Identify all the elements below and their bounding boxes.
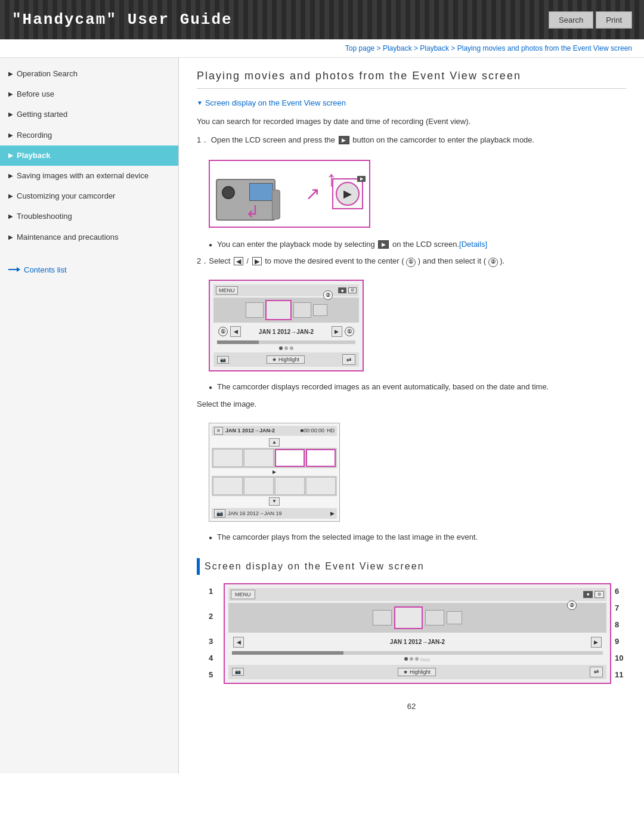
contents-arrow-icon — [8, 267, 20, 272]
breadcrumb: Top page > Playback > Playback > Playing… — [0, 39, 644, 58]
arrow-icon: ▶ — [8, 110, 13, 119]
breadcrumb-top[interactable]: Top page — [345, 44, 374, 52]
lnum-5: 5 — [209, 667, 220, 683]
img-cell-3-selected — [275, 449, 305, 467]
arrow-icon: ▶ — [8, 172, 13, 180]
thumb-small-2 — [293, 302, 311, 318]
img-cell-5 — [213, 477, 243, 495]
breadcrumb-playback2[interactable]: Playback — [420, 44, 449, 52]
ev-full-nav: ◀ JAN 1 2012→JAN-2 ▶ — [228, 634, 606, 650]
sidebar-label: Customizing your camcorder — [17, 191, 115, 202]
sidebar-item-maintenance[interactable]: ▶ Maintenance and precautions — [0, 227, 178, 247]
arrow-icon: ▶ — [8, 131, 13, 140]
section-blue-bar — [197, 558, 200, 575]
sidebar-label: Recording — [17, 130, 52, 141]
menu-btn-1: MENU — [216, 286, 238, 295]
left-btn-full: ◀ — [233, 637, 244, 648]
sidebar-label: Troubleshooting — [17, 211, 72, 222]
rnum-11: 11 — [615, 667, 626, 683]
sidebar-item-getting-started[interactable]: ▶ Getting started — [0, 104, 178, 125]
search-button[interactable]: Search — [549, 11, 593, 29]
scroll-up-btn[interactable]: ▲ — [269, 438, 280, 447]
step-text2: button on the camcorder to enter the pla… — [352, 135, 534, 144]
sidebar-item-customizing[interactable]: ▶ Customizing your camcorder — [0, 186, 178, 206]
slash-separator: / — [247, 257, 249, 265]
settings-icon-full: ⚙ — [595, 591, 604, 598]
bullet-item-1: You can enter the playback mode by selec… — [209, 239, 626, 251]
close-btn-x: ✕ — [214, 427, 223, 435]
bullet-item-2: The camcorder displays recorded images a… — [209, 381, 626, 394]
header-buttons: Search Print — [549, 11, 632, 29]
arrow-icon: ▶ — [8, 151, 13, 160]
date-label-1: JAN 1 2012→JAN-2 — [259, 329, 314, 335]
cam-lens — [222, 186, 235, 199]
lnum-1: 1 — [209, 583, 220, 600]
play-circle-button: ▶ — [336, 182, 360, 206]
print-button[interactable]: Print — [596, 11, 632, 29]
sidebar-label: Getting started — [17, 109, 67, 120]
section-anchor-link[interactable]: Screen display on the Event View screen — [197, 98, 626, 107]
share-btn-full: ⇄ — [590, 667, 603, 677]
arrow-icon: ▶ — [8, 192, 13, 200]
thumb-small-3 — [313, 304, 327, 316]
details-link[interactable]: [Details] — [459, 239, 487, 251]
step-2-text2: ) and then select it ( — [418, 256, 488, 265]
img-cell-8 — [306, 477, 336, 495]
right-btn-full: ▶ — [591, 637, 602, 648]
sidebar-item-recording[interactable]: ▶ Recording — [0, 125, 178, 145]
circle-1-nav-right: ① — [345, 327, 354, 336]
event-screen-mockup-1: MENU ■ ⚙ ② — [209, 280, 364, 371]
dot-f-active — [404, 657, 408, 661]
sidebar-label: Maintenance and precautions — [17, 232, 119, 243]
rnum-10: 10 — [615, 650, 626, 667]
sidebar-label: Playback — [17, 150, 50, 161]
scroll-down-area: ▼ — [212, 496, 337, 507]
right-nav-icon: ▶ — [252, 257, 262, 265]
scroll-up-area: ▲ — [212, 437, 337, 448]
bullet-3-text: The camcorder plays from the selected im… — [217, 531, 478, 544]
highlight-btn-full: ★ Highlight — [398, 668, 436, 676]
contents-list-label: Contents list — [24, 265, 67, 274]
sidebar-item-playback[interactable]: ▶ Playback — [0, 145, 178, 166]
breadcrumb-playback1[interactable]: Playback — [383, 44, 412, 52]
highlight-label-1: Highlight — [278, 357, 299, 363]
sidebar-item-operation-search[interactable]: ▶ Operation Search — [0, 64, 178, 84]
step-3-text: Select the image. — [197, 400, 256, 408]
rnum-9: 9 — [615, 633, 626, 650]
arrow-icon: ▶ — [8, 70, 13, 78]
section-link-label: Screen display on the Event View screen — [205, 98, 346, 107]
right-numbers-col: 6 7 8 9 10 11 — [611, 583, 626, 684]
event-view-labeled-diagram: 1 2 3 4 5 MENU ■ ⚙ ② — [209, 583, 626, 684]
lnum-3: 3 — [209, 633, 220, 650]
ev-full-screen: MENU ■ ⚙ ② ◀ JA — [224, 583, 611, 684]
cam-arrows: ↗ — [305, 185, 320, 203]
breadcrumb-current[interactable]: Playing movies and photos from the Event… — [457, 44, 632, 52]
contents-list-link[interactable]: Contents list — [0, 259, 178, 280]
cam-btn-2: 📷 — [214, 509, 225, 518]
rnum-6: 6 — [615, 583, 626, 600]
rec-icon-full: ■ — [583, 591, 593, 598]
step-2-text: to move the desired event to the center … — [265, 256, 406, 265]
sidebar-item-troubleshooting[interactable]: ▶ Troubleshooting — [0, 206, 178, 227]
img-cell-4-selected — [306, 449, 336, 467]
page-number: 62 — [197, 690, 626, 723]
lnum-2: 2 — [209, 600, 220, 633]
circle-1-icon: ① — [406, 258, 416, 267]
image-grid-2 — [212, 476, 337, 496]
thumb-f-center — [394, 606, 423, 629]
progress-fill-full — [232, 651, 343, 655]
scroll-down-btn[interactable]: ▼ — [269, 497, 280, 506]
camcorder-diagram: ↱ ↗ ↑ ▶ ▶ — [209, 160, 370, 228]
bullet-text: You can enter the playback mode by selec… — [217, 239, 459, 251]
sidebar-item-saving-images[interactable]: ▶ Saving images with an external device — [0, 166, 178, 186]
section2-title: Screen display on the Event View screen — [205, 561, 425, 572]
left-numbers-col: 1 2 3 4 5 — [209, 583, 224, 684]
screen2-footer-date: JAN 16 2012→JAN 19 — [228, 510, 282, 516]
step-text: Open the LCD screen and press the — [211, 135, 338, 144]
play-sm-icon: ▶ — [273, 469, 276, 475]
thumb-f-2 — [425, 610, 444, 625]
lnum-4: 4 — [209, 650, 220, 667]
sidebar-item-before-use[interactable]: ▶ Before use — [0, 84, 178, 104]
thumb-center — [265, 300, 292, 320]
rnum-8: 8 — [615, 617, 626, 633]
